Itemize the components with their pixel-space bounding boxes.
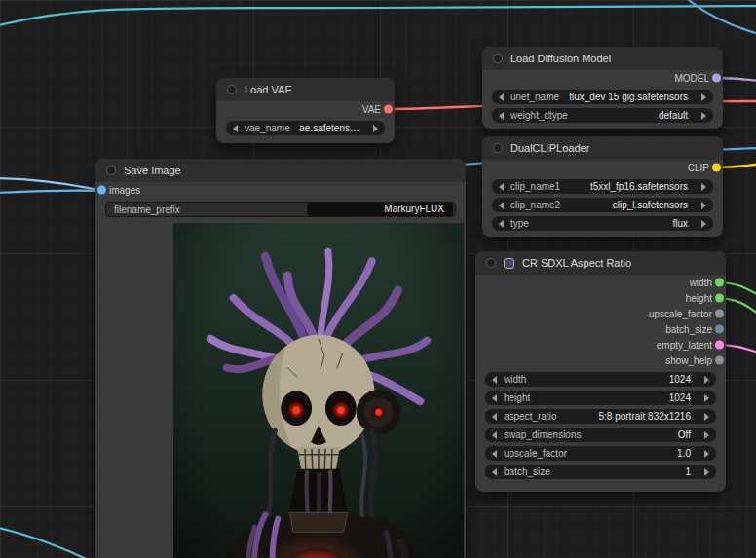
prev-option-icon[interactable] bbox=[499, 183, 504, 191]
prev-option-icon[interactable] bbox=[499, 93, 504, 101]
widget-value: 1024 bbox=[669, 392, 691, 403]
prev-option-icon[interactable] bbox=[492, 431, 497, 439]
node-title: Save Image bbox=[124, 165, 181, 176]
output-slot-clip[interactable]: CLIP bbox=[482, 160, 723, 175]
output-dot-show-help[interactable] bbox=[715, 356, 724, 365]
widget-label: height bbox=[504, 392, 530, 403]
node-save-image[interactable]: Save Image images filename_prefix Markur… bbox=[95, 159, 466, 558]
node-load-diffusion-model[interactable]: Load Diffusion Model MODEL unet_name flu… bbox=[482, 47, 723, 129]
next-option-icon[interactable] bbox=[701, 220, 706, 228]
output-dot-model[interactable] bbox=[712, 74, 721, 83]
prev-option-icon[interactable] bbox=[499, 112, 504, 120]
node-dual-clip-loader[interactable]: DualCLIPLoader CLIP clip_name1 t5xxl_fp1… bbox=[482, 136, 723, 237]
widget-label: weight_dtype bbox=[510, 110, 568, 121]
widget-weight-dtype[interactable]: weight_dtype default bbox=[492, 108, 713, 123]
widget-swap-dimensions[interactable]: swap_dimensions Off bbox=[485, 428, 716, 442]
node-title: Load Diffusion Model bbox=[510, 53, 611, 64]
prev-option-icon[interactable] bbox=[492, 450, 497, 458]
collapse-dot-icon[interactable] bbox=[227, 85, 237, 94]
output-slot-empty-latent[interactable]: empty_latent bbox=[475, 337, 726, 353]
widget-value: 1 bbox=[685, 466, 691, 477]
output-slot-batch-size[interactable]: batch_size bbox=[475, 321, 726, 337]
output-slot-model[interactable]: MODEL bbox=[482, 70, 723, 86]
node-title-bar[interactable]: CR SDXL Aspect Ratio bbox=[475, 251, 726, 275]
node-load-vae[interactable]: Load VAE VAE vae_name ae.safetens… bbox=[216, 78, 395, 143]
node-title: DualCLIPLoader bbox=[510, 142, 589, 154]
widget-width[interactable]: width 1024 bbox=[485, 372, 716, 387]
next-option-icon[interactable] bbox=[704, 376, 709, 384]
output-slot-show-help[interactable]: show_help bbox=[475, 353, 726, 368]
prev-option-icon[interactable] bbox=[233, 125, 238, 132]
widget-label: clip_name1 bbox=[510, 181, 560, 192]
output-slot-vae[interactable]: VAE bbox=[216, 101, 395, 117]
node-title-bar[interactable]: DualCLIPLoader bbox=[482, 136, 723, 160]
output-label: width bbox=[690, 278, 712, 288]
output-dot-empty-latent[interactable] bbox=[715, 341, 724, 350]
input-slot-images[interactable]: images bbox=[95, 182, 466, 198]
collapse-dot-icon[interactable] bbox=[493, 143, 503, 153]
widget-value[interactable]: MarkuryFLUX bbox=[307, 203, 453, 216]
widget-value: default bbox=[659, 110, 688, 121]
output-dot-height[interactable] bbox=[715, 294, 724, 303]
widget-batch-size[interactable]: batch_size 1 bbox=[485, 465, 716, 479]
next-option-icon[interactable] bbox=[701, 112, 706, 120]
widget-value: 1.0 bbox=[677, 448, 691, 459]
output-dot-clip[interactable] bbox=[712, 164, 721, 172]
widget-label: swap_dimensions bbox=[504, 429, 582, 440]
prev-option-icon[interactable] bbox=[492, 376, 497, 384]
output-dot-vae[interactable] bbox=[384, 105, 393, 114]
prev-option-icon[interactable] bbox=[499, 220, 504, 228]
widget-clip-name2[interactable]: clip_name2 clip_l.safetensors bbox=[492, 198, 713, 212]
next-option-icon[interactable] bbox=[704, 431, 709, 439]
node-badge-icon bbox=[504, 258, 514, 269]
output-slot-width[interactable]: width bbox=[475, 275, 726, 290]
widget-value: t5xxl_fp16.safetensors bbox=[590, 181, 688, 192]
widget-label: width bbox=[504, 374, 526, 385]
collapse-dot-icon[interactable] bbox=[493, 54, 503, 63]
widget-filename-prefix[interactable]: filename_prefix MarkuryFLUX bbox=[105, 202, 456, 217]
widget-vae-name[interactable]: vae_name ae.safetens… bbox=[226, 121, 385, 135]
output-label: height bbox=[686, 293, 712, 304]
widget-clip-name1[interactable]: clip_name1 t5xxl_fp16.safetensors bbox=[492, 179, 713, 194]
next-option-icon[interactable] bbox=[704, 394, 709, 402]
next-option-icon[interactable] bbox=[704, 468, 709, 476]
node-title-bar[interactable]: Load VAE bbox=[216, 78, 395, 101]
node-graph-canvas[interactable]: Save Image images filename_prefix Markur… bbox=[0, 0, 756, 558]
wire-images-2 bbox=[0, 191, 100, 193]
output-slot-height[interactable]: height bbox=[475, 290, 726, 306]
node-cr-sdxl-aspect-ratio[interactable]: CR SDXL Aspect Ratio width height upscal… bbox=[475, 251, 726, 492]
widget-unet-name[interactable]: unet_name flux_dev 15 gig.safetensors bbox=[492, 90, 713, 104]
widget-label: batch_size bbox=[504, 466, 550, 477]
collapse-dot-icon[interactable] bbox=[486, 258, 496, 268]
prev-option-icon[interactable] bbox=[492, 413, 497, 421]
output-slot-upscale-factor[interactable]: upscale_factor bbox=[475, 306, 726, 321]
next-option-icon[interactable] bbox=[701, 202, 706, 209]
node-title-bar[interactable]: Load Diffusion Model bbox=[482, 47, 723, 70]
prev-option-icon[interactable] bbox=[499, 202, 504, 209]
next-option-icon[interactable] bbox=[701, 183, 706, 191]
widget-upscale-factor[interactable]: upscale_factor 1.0 bbox=[485, 446, 716, 461]
collapse-dot-icon[interactable] bbox=[106, 166, 116, 175]
next-option-icon[interactable] bbox=[704, 413, 709, 421]
widget-height[interactable]: height 1024 bbox=[485, 391, 716, 405]
output-label: show_help bbox=[665, 355, 712, 366]
output-dot-width[interactable] bbox=[715, 279, 724, 287]
next-option-icon[interactable] bbox=[704, 450, 709, 458]
widget-label: filename_prefix bbox=[114, 205, 180, 215]
prev-option-icon[interactable] bbox=[492, 468, 497, 476]
widget-aspect-ratio[interactable]: aspect_ratio 5:8 portrait 832x1216 bbox=[485, 409, 716, 424]
output-label: CLIP bbox=[688, 163, 709, 173]
wire-teal-top bbox=[0, 6, 756, 26]
widget-type[interactable]: type flux bbox=[492, 216, 713, 231]
widget-label: clip_name2 bbox=[510, 200, 560, 210]
input-dot-images[interactable] bbox=[97, 186, 106, 195]
node-title-bar[interactable]: Save Image bbox=[95, 159, 466, 182]
next-option-icon[interactable] bbox=[701, 93, 706, 101]
widget-value: 5:8 portrait 832x1216 bbox=[598, 411, 691, 422]
widget-value: clip_l.safetensors bbox=[613, 200, 688, 210]
prev-option-icon[interactable] bbox=[492, 394, 497, 402]
output-dot-upscale-factor[interactable] bbox=[715, 310, 724, 318]
next-option-icon[interactable] bbox=[373, 125, 378, 132]
widget-value: 1024 bbox=[669, 374, 691, 385]
output-dot-batch-size[interactable] bbox=[715, 325, 724, 334]
